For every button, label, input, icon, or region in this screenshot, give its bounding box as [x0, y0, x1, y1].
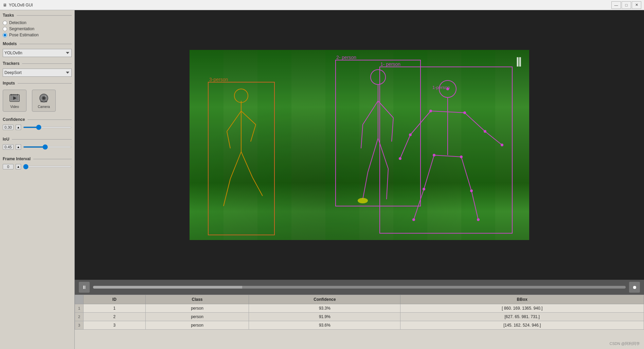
stop-button[interactable]: ⏺	[629, 282, 640, 293]
svg-rect-3	[11, 94, 12, 95]
task-segmentation-label: Segmentation	[9, 26, 34, 31]
svg-line-25	[252, 177, 263, 196]
title-text: YOLOv8 GUI	[9, 3, 33, 7]
cell-confidence: 91.9%	[249, 313, 400, 321]
svg-line-51	[461, 157, 471, 191]
svg-line-20	[241, 111, 256, 125]
inputs-label: Inputs	[3, 81, 15, 86]
svg-rect-4	[12, 94, 13, 95]
frame-interval-spin-up[interactable]: ▲	[16, 164, 21, 169]
cell-class: person	[145, 304, 249, 313]
svg-point-57	[484, 130, 486, 133]
csdn-watermark: CSDN @阿利同学	[610, 341, 640, 346]
stop-icon: ⏺	[632, 284, 637, 290]
video-controls-bar: ⏸ ⏺	[75, 280, 644, 295]
iou-slider[interactable]	[23, 146, 72, 148]
close-button[interactable]: ✕	[632, 1, 641, 9]
frame-interval-slider[interactable]	[23, 166, 72, 167]
iou-value: 0.45	[3, 144, 14, 150]
iou-spin-up[interactable]: ▲	[16, 144, 21, 150]
svg-point-65	[477, 218, 480, 221]
maximize-button[interactable]: □	[622, 1, 631, 9]
svg-point-11	[45, 96, 46, 97]
frame-interval-slider-section: 0 ▲	[0, 163, 74, 173]
tasks-label: Tasks	[3, 13, 14, 18]
confidence-section-header: Confidence	[0, 114, 74, 123]
iou-section-header: IoU	[0, 134, 74, 143]
video-watermark: Ⅱ	[516, 55, 522, 70]
frame-interval-value: 0	[3, 164, 14, 169]
svg-point-28	[371, 70, 386, 85]
table-body: 1 1 person 93.3% [ 860. 169. 1365. 940.]…	[75, 304, 644, 330]
svg-line-48	[434, 155, 461, 157]
svg-line-37	[387, 169, 388, 199]
main-layout: Tasks Detection Segmentation Pose Estima…	[0, 10, 644, 349]
cell-id: 1	[84, 304, 146, 313]
svg-line-24	[241, 152, 252, 177]
task-detection-label: Detection	[9, 20, 26, 25]
svg-text:1-person: 1-person	[432, 85, 450, 90]
progress-bar-container[interactable]	[93, 286, 626, 289]
row-number: 2	[75, 313, 84, 321]
titlebar: 🖥 YOLOv8 GUI — □ ✕	[0, 0, 644, 10]
pause-icon: ⏸	[82, 284, 87, 290]
task-pose-item[interactable]: Pose Estimation	[3, 33, 72, 37]
svg-point-17	[234, 89, 248, 103]
models-section-header: Models	[0, 39, 74, 48]
video-input-button[interactable]: Video	[3, 90, 26, 112]
tasks-radio-group: Detection Segmentation Pose Estimation	[0, 19, 74, 39]
row-number: 1	[75, 304, 84, 313]
svg-line-50	[414, 189, 424, 220]
tasks-section-header: Tasks	[0, 10, 74, 19]
svg-rect-6	[15, 94, 16, 95]
models-select[interactable]: YOLOv8n YOLOv8s YOLOv8m YOLOv8l YOLOv8x	[3, 49, 72, 57]
video-label: Video	[10, 105, 19, 109]
iou-slider-row: 0.45 ▲	[3, 144, 72, 150]
task-segmentation-item[interactable]: Segmentation	[3, 26, 72, 31]
task-detection-item[interactable]: Detection	[3, 20, 72, 25]
cell-class: person	[145, 313, 249, 321]
pause-button[interactable]: ⏸	[79, 282, 90, 293]
window-controls: — □ ✕	[611, 1, 641, 9]
cell-id: 3	[84, 321, 146, 330]
svg-text:2- person: 2- person	[336, 55, 356, 60]
svg-line-52	[471, 191, 478, 220]
confidence-slider-row: 0.30 ▲	[3, 125, 72, 130]
cell-bbox: [627. 65. 981. 731.]	[400, 313, 644, 321]
svg-line-49	[424, 155, 434, 189]
svg-point-59	[501, 144, 503, 146]
svg-line-32	[378, 101, 393, 118]
inputs-section-header: Inputs	[0, 78, 74, 87]
progress-bar-fill	[93, 286, 242, 289]
confidence-label: Confidence	[3, 117, 25, 122]
bbox-column-header: BBox	[400, 295, 644, 304]
cell-bbox: [ 860. 169. 1365. 940.]	[400, 304, 644, 313]
table-row: 1 1 person 93.3% [ 860. 169. 1365. 940.]	[75, 304, 644, 313]
svg-line-18	[227, 111, 241, 131]
cell-class: person	[145, 321, 249, 330]
svg-rect-7	[17, 94, 18, 95]
frame-interval-label: Frame Interval	[3, 157, 31, 161]
svg-line-19	[227, 131, 230, 148]
svg-rect-39	[380, 67, 512, 233]
task-detection-radio[interactable]	[3, 21, 7, 25]
iou-label: IoU	[3, 137, 9, 142]
task-pose-radio[interactable]	[3, 33, 7, 37]
table-row: 2 2 person 91.9% [627. 65. 981. 731.]	[75, 313, 644, 321]
sidebar: Tasks Detection Segmentation Pose Estima…	[0, 10, 75, 349]
cell-confidence: 93.6%	[249, 321, 400, 330]
camera-icon	[38, 93, 49, 104]
svg-line-35	[363, 172, 368, 199]
svg-point-38	[358, 198, 368, 203]
trackers-select[interactable]: DeepSort ByteTrack StrongSORT	[3, 69, 72, 77]
svg-line-21	[251, 125, 256, 142]
task-segmentation-radio[interactable]	[3, 27, 7, 31]
camera-input-button[interactable]: Camera	[32, 90, 56, 112]
confidence-slider[interactable]	[23, 127, 72, 128]
confidence-value: 0.30	[3, 125, 14, 130]
minimize-button[interactable]: —	[611, 1, 621, 9]
confidence-spin-up[interactable]: ▲	[16, 125, 21, 130]
app-icon: 🖥	[3, 3, 7, 7]
id-column-header: ID	[84, 295, 146, 304]
video-area: 3-person	[75, 10, 644, 280]
